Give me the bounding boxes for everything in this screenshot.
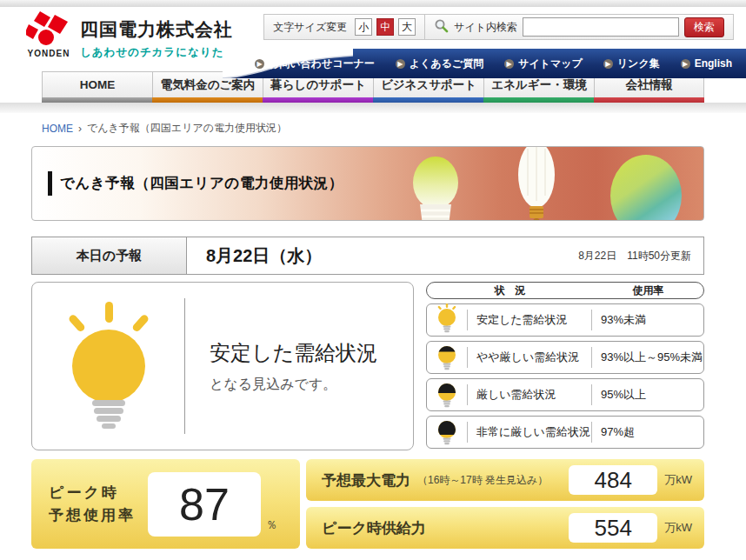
font-size-changer: 文字サイズ変更 小 中 大: [264, 15, 424, 39]
arrow-bullet-icon: ▶: [255, 59, 264, 69]
peak-supply-box: ピーク時供給力 554 万kW: [306, 507, 704, 549]
yonden-denki-yoho-page: YONDEN 四国電力株式会社 しあわせのチカラになりたい。 文字サイズ変更 小…: [0, 0, 746, 560]
site-header: YONDEN 四国電力株式会社 しあわせのチカラになりたい。 文字サイズ変更 小…: [0, 7, 746, 71]
max-power-unit: 万kW: [664, 472, 692, 488]
peak-usage-unit: ％: [266, 517, 277, 533]
arrow-bullet-icon: ▶: [504, 59, 514, 69]
peak-supply-label: ピーク時供給力: [322, 518, 426, 538]
forecast-status-section: 安定した需給状況 となる見込みです。 状 況 使用率: [31, 282, 704, 450]
link-english[interactable]: ▶ English: [681, 57, 732, 70]
led-bulb-small-icon: [404, 156, 467, 221]
title-accent-bar: [48, 171, 52, 196]
legend-header-usage: 使用率: [593, 283, 703, 298]
current-status-panel: 安定した需給状況 となる見込みです。: [31, 282, 414, 450]
current-status-text: 安定した需給状況: [210, 339, 377, 367]
max-power-note: （16時～17時 発生見込み）: [417, 473, 548, 488]
peak-usage-value: 87: [179, 478, 230, 530]
breadcrumb-current: でんき予報（四国エリアの電力使用状況）: [87, 121, 287, 136]
peak-usage-label-line2: 予想使用率: [49, 504, 136, 527]
breadcrumb-home-link[interactable]: HOME: [42, 123, 73, 135]
font-size-small-button[interactable]: 小: [355, 18, 372, 36]
status-legend-table: 状 況 使用率 安定した需給状況 93%未: [426, 282, 704, 450]
breadcrumb: HOME › でんき予報（四国エリアの電力使用状況）: [42, 121, 746, 136]
page-title-banner: でんき予報（四国エリアの電力使用状況）: [31, 146, 704, 221]
led-bulb-hanging-icon: [512, 146, 561, 221]
led-bulb-large-icon: [596, 152, 696, 221]
forecast-date: 8月22日（水）: [187, 237, 322, 274]
top-gradient-strip: [0, 0, 746, 7]
bulb-dark-icon: [436, 416, 458, 449]
forecast-date-bar: 本日の予報 8月22日（水） 8月22日 11時50分更新: [31, 237, 704, 275]
legend-row-slightly-severe: やや厳しい需給状況 93%以上～95%未満: [426, 341, 704, 374]
bulb-bright-large-icon: [57, 298, 160, 434]
peak-usage-label-line1: ピーク時: [49, 482, 136, 504]
font-size-medium-button[interactable]: 中: [376, 18, 394, 36]
last-updated: 8月22日 11時50分更新: [578, 237, 703, 274]
font-size-large-button[interactable]: 大: [398, 18, 416, 36]
yonden-logo-icon: [26, 10, 71, 50]
link-sitemap[interactable]: ▶ サイトマップ: [504, 57, 583, 71]
breadcrumb-separator: ›: [78, 123, 82, 135]
max-power-box: 予想最大電力 （16時～17時 発生見込み） 484 万kW: [306, 459, 704, 501]
peak-usage-value-box: 87: [148, 472, 261, 537]
search-label: サイト内検索: [454, 20, 517, 35]
link-contact[interactable]: ▶ お問い合わせコーナー: [255, 57, 375, 71]
yonden-brand-text: YONDEN: [28, 49, 70, 58]
search-button[interactable]: 検索: [684, 17, 724, 37]
peak-supply-unit: 万kW: [664, 520, 692, 536]
legend-row-extremely-severe: 非常に厳しい需給状況 97%超: [426, 416, 704, 449]
max-power-label: 予想最大電力: [322, 470, 410, 490]
arrow-bullet-icon: ▶: [396, 59, 405, 69]
bulb-dim-2-icon: [436, 378, 458, 411]
header-utilities: 文字サイズ変更 小 中 大 サイト内検索 検索: [263, 14, 734, 40]
bulb-bright-icon: [436, 303, 458, 337]
legend-header: 状 況 使用率: [426, 282, 704, 299]
max-power-value: 484: [595, 467, 632, 494]
peak-supply-value-box: 554: [569, 513, 657, 543]
nav-tab-home[interactable]: HOME: [42, 71, 152, 103]
utility-nav-bar: ▶ お問い合わせコーナー ▶ よくあるご質問 ▶ サイトマップ ▶ リンク集 ▶…: [223, 49, 746, 78]
metrics-section: ピーク時 予想使用率 87 ％ 予想最大電力 （16時～17時 発生見込み） 4…: [31, 459, 704, 549]
search-input[interactable]: [523, 17, 679, 37]
page-title: でんき予報（四国エリアの電力使用状況）: [60, 174, 343, 193]
peak-usage-rate-box: ピーク時 予想使用率 87 ％: [31, 459, 300, 549]
search-icon: [434, 18, 449, 37]
utility-links: ▶ お問い合わせコーナー ▶ よくあるご質問 ▶ サイトマップ ▶ リンク集 ▶…: [255, 49, 732, 78]
peak-supply-value: 554: [595, 515, 632, 542]
nav-shadow-strip: [0, 103, 746, 113]
bulb-dim-1-icon: [436, 341, 458, 374]
arrow-bullet-icon: ▶: [681, 59, 690, 69]
company-name: 四国電力株式会社: [80, 17, 233, 42]
link-links[interactable]: ▶ リンク集: [603, 57, 660, 71]
link-faq[interactable]: ▶ よくあるご質問: [396, 57, 483, 71]
current-status-note: となる見込みです。: [210, 376, 377, 394]
max-power-value-box: 484: [569, 465, 657, 495]
arrow-bullet-icon: ▶: [603, 59, 613, 69]
legend-header-status: 状 況: [427, 283, 593, 298]
today-forecast-tab[interactable]: 本日の予報: [32, 237, 187, 274]
font-size-label: 文字サイズ変更: [273, 20, 347, 35]
legend-row-severe: 厳しい需給状況 95%以上: [426, 378, 704, 411]
site-search: サイト内検索 検索: [424, 15, 733, 39]
legend-row-stable: 安定した需給状況 93%未満: [426, 303, 704, 337]
